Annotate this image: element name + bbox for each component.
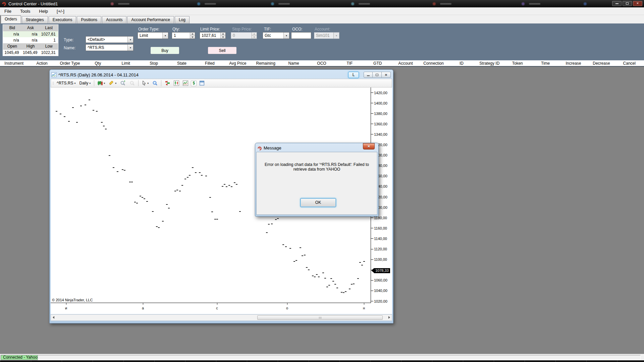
grid-column-limit[interactable]: Limit: [112, 61, 140, 66]
grid-column-stop[interactable]: Stop: [140, 61, 168, 66]
grid-column-remaining[interactable]: Remaining: [252, 61, 280, 66]
chart-restore-button[interactable]: [373, 72, 382, 78]
grid-column-gtd[interactable]: GTD: [364, 61, 391, 66]
price-mark: [68, 121, 70, 122]
chevron-down-icon[interactable]: ▾: [127, 45, 133, 51]
price-mark: [168, 208, 170, 208]
oco-input[interactable]: [291, 32, 311, 39]
buy-button[interactable]: Buy: [151, 47, 179, 54]
tab-accounts[interactable]: Accounts: [102, 16, 126, 23]
restore-button[interactable]: [623, 1, 632, 6]
grid-column-increase[interactable]: Increase: [559, 61, 587, 66]
grid-column-connection[interactable]: Connection: [420, 61, 447, 66]
price-mark: [332, 281, 334, 282]
atm-type-dropdown[interactable]: <Default> ▾: [86, 36, 133, 43]
menu-item-file[interactable]: File: [0, 7, 16, 15]
dialog-close-button[interactable]: ✕: [363, 143, 375, 149]
tab-positions[interactable]: Positions: [77, 16, 101, 23]
market-depth-button[interactable]: [164, 80, 171, 86]
tif-label: TIF:: [264, 27, 271, 32]
grid-column-token[interactable]: Token: [503, 61, 531, 66]
tab-orders[interactable]: Orders: [1, 15, 21, 23]
price-mark: [353, 284, 355, 284]
chart-close-button[interactable]: ✕: [382, 72, 391, 78]
zoom-in-button[interactable]: [119, 80, 127, 86]
chevron-down-icon[interactable]: ▾: [127, 37, 133, 43]
scroll-left-icon[interactable]: [53, 316, 54, 319]
grid-column-oco[interactable]: OCO: [308, 61, 335, 66]
scroll-right-icon[interactable]: [388, 316, 390, 319]
chart-minimize-button[interactable]: [364, 72, 373, 78]
grid-column-instrument[interactable]: Instrument: [0, 61, 28, 66]
spin-down-icon[interactable]: [221, 36, 225, 39]
grid-column-qty[interactable]: Qty: [84, 61, 112, 66]
toolbar-grip[interactable]: ⁞: [53, 81, 53, 85]
instrument-name-dropdown[interactable]: ^RTS.RS ▾: [86, 44, 133, 51]
price-mark: [129, 182, 131, 182]
chart-panel-button[interactable]: [173, 80, 180, 86]
instrument-selector[interactable]: ^RTS.RS ▾: [56, 80, 76, 86]
close-button[interactable]: ✕: [633, 1, 642, 6]
scrollbar-thumb[interactable]: [257, 315, 383, 320]
tab-account-performance[interactable]: Account Performance: [127, 16, 174, 23]
order-type-dropdown[interactable]: Limit ▾: [138, 32, 168, 39]
dollar-icon: $: [193, 81, 195, 85]
price-mark: [109, 155, 110, 156]
drawing-tools-button[interactable]: ▾: [108, 80, 117, 86]
tif-dropdown[interactable]: Gtc ▾: [263, 32, 289, 39]
spin-up-icon[interactable]: [190, 33, 195, 36]
grid-column-avg-price[interactable]: Avg Price: [224, 61, 252, 66]
grid-column-cancel[interactable]: Cancel: [615, 61, 643, 66]
data-box-button[interactable]: [151, 80, 159, 86]
chart-window-title: ^RTS.RS (Daily) 26.06.2014 - 04.11.2014: [58, 72, 139, 77]
account-dropdown: Sim101 ▾: [314, 32, 339, 39]
chevron-down-icon[interactable]: ▾: [162, 33, 168, 39]
quote-cell: Open: [3, 43, 21, 49]
price-mark: [184, 179, 186, 179]
time-axis[interactable]: иасон: [51, 303, 392, 314]
message-dialog[interactable]: Message ✕ Error on loading chart data fo…: [255, 143, 379, 217]
quote-cell: 1: [40, 37, 58, 43]
quote-cell: 1045,49: [3, 50, 21, 56]
price-mark: [330, 278, 332, 279]
dialog-titlebar[interactable]: Message ✕: [256, 144, 377, 152]
chevron-down-icon: ▾: [147, 82, 149, 85]
quantity-stepper[interactable]: 1: [172, 32, 195, 39]
grid-column-state[interactable]: State: [168, 61, 196, 66]
menu-item-+/-[interactable]: [+/-]: [52, 7, 69, 15]
chart-style-button[interactable]: ▾: [97, 80, 106, 86]
grid-column-order-type[interactable]: Order Type: [56, 61, 84, 66]
spin-up-icon[interactable]: [221, 33, 225, 36]
pencil-icon: [109, 80, 114, 86]
spin-down-icon[interactable]: [190, 36, 195, 39]
menu-item-tools[interactable]: Tools: [16, 7, 35, 15]
link-button[interactable]: L: [348, 72, 359, 78]
grid-column-tif[interactable]: TIF: [336, 61, 364, 66]
grid-column-strategy-id[interactable]: Strategy ID: [476, 61, 503, 66]
ninjatrader-logo-icon: [257, 146, 262, 150]
menu-item-help[interactable]: Help: [35, 7, 52, 15]
grid-column-account[interactable]: Account: [391, 61, 419, 66]
chevron-down-icon[interactable]: ▾: [283, 33, 289, 39]
tab-strategies[interactable]: Strategies: [22, 16, 48, 23]
grid-column-decrease[interactable]: Decrease: [587, 61, 615, 66]
grid-column-id[interactable]: ID: [447, 61, 475, 66]
grid-column-time[interactable]: Time: [531, 61, 559, 66]
sell-button[interactable]: Sell: [208, 47, 236, 54]
minimize-button[interactable]: [612, 1, 622, 6]
chart-trader-button[interactable]: [198, 80, 206, 86]
tab-executions[interactable]: Executions: [49, 16, 76, 23]
ok-button[interactable]: OK: [300, 198, 336, 207]
price-mark: [56, 111, 57, 112]
period-selector[interactable]: Daily ▾: [78, 80, 92, 86]
snapshot-button[interactable]: [182, 80, 189, 86]
grid-column-filled[interactable]: Filled: [196, 61, 224, 66]
limit-price-stepper[interactable]: 1027,61: [200, 32, 226, 39]
account-data-button[interactable]: $: [191, 80, 197, 86]
chart-titlebar[interactable]: ^RTS.RS (Daily) 26.06.2014 - 04.11.2014 …: [51, 71, 392, 79]
chart-scrollbar[interactable]: [51, 314, 392, 321]
grid-column-name[interactable]: Name: [280, 61, 308, 66]
grid-column-action[interactable]: Action: [28, 61, 56, 66]
tab-log[interactable]: Log: [175, 16, 190, 23]
cursor-button[interactable]: ▾: [141, 80, 150, 86]
